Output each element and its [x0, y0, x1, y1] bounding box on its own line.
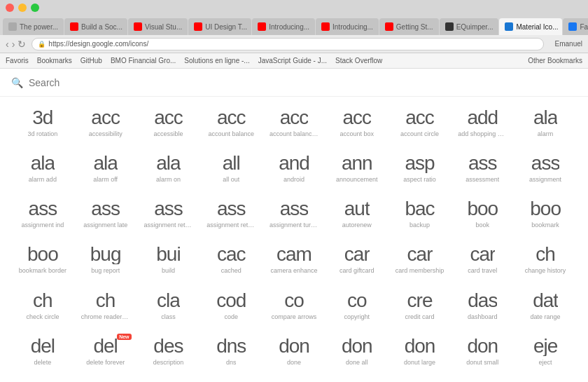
icon-item[interactable]: annannouncement [326, 148, 388, 193]
icon-symbol: acc [91, 108, 120, 128]
icon-label: card travel [468, 267, 497, 274]
icon-item[interactable]: cocompare arrows [262, 285, 326, 331]
tab-6[interactable]: Introducing... [316, 18, 379, 35]
tab-4[interactable]: UI Design T... [188, 18, 251, 35]
icon-item[interactable]: chchange history [514, 239, 577, 285]
icon-label: aspect ratio [403, 176, 436, 183]
tab-1[interactable]: The power... [3, 18, 64, 35]
icon-symbol: acc [154, 108, 183, 128]
title-bar [0, 0, 588, 15]
icon-label: eject [539, 359, 552, 366]
icon-item[interactable]: dasdashboard [451, 285, 514, 331]
reload-button[interactable]: ↻ [18, 39, 26, 50]
icon-item[interactable]: deldelete [11, 331, 74, 376]
icon-item[interactable]: carcard giftcard [326, 239, 388, 285]
icon-item[interactable]: bacbackup [388, 193, 451, 239]
tab-2[interactable]: Build a Soc... [64, 18, 127, 35]
icon-item[interactable]: bugbug report [74, 239, 137, 285]
icon-item[interactable]: assassignment turne... [262, 193, 326, 239]
icon-item[interactable]: assassignment late [74, 193, 137, 239]
icon-symbol: ch [33, 291, 52, 311]
icon-item[interactable]: chchrome reader mo... [74, 285, 137, 331]
icon-item[interactable]: dondonut large [388, 331, 451, 376]
icon-item[interactable]: 3d3d rotation [11, 102, 74, 148]
icon-item[interactable]: allall out [200, 148, 262, 193]
icon-item[interactable]: camcamera enhance [262, 239, 326, 285]
forward-button[interactable]: › [12, 39, 15, 50]
icon-item[interactable]: andandroid [262, 148, 326, 193]
icon-item[interactable]: deldelete foreverNew [74, 331, 137, 376]
icon-symbol: acc [280, 108, 309, 128]
icon-symbol: bug [90, 245, 121, 264]
url-bar[interactable]: 🔒 https://design.google.com/icons/ [31, 38, 543, 50]
icon-item[interactable]: ejeeject [514, 331, 577, 376]
icon-item[interactable]: carcard travel [451, 239, 514, 285]
tab-5[interactable]: Introducing... [252, 18, 315, 35]
tab-10[interactable]: Facebook [563, 18, 588, 35]
icon-label: assignment late [83, 221, 127, 228]
back-button[interactable]: ‹ [6, 39, 9, 50]
icon-item[interactable]: codcode [200, 285, 262, 331]
icon-item[interactable]: assassignment retur... [200, 193, 262, 239]
icon-item[interactable]: assassignment ind [11, 193, 74, 239]
icon-symbol: co [284, 291, 304, 311]
close-button[interactable] [6, 4, 14, 12]
icon-symbol: all [223, 154, 240, 173]
icon-label: assignment ind [22, 221, 64, 228]
icon-item[interactable]: assassessment [451, 148, 514, 193]
tab-3[interactable]: Visual Stu... [128, 18, 188, 35]
icon-label: account box [340, 130, 374, 137]
bookmark-js-guide[interactable]: JavaScript Guide - J... [258, 57, 327, 64]
icon-item[interactable]: accaccount circle [388, 102, 451, 148]
icon-item[interactable]: boobook [451, 193, 514, 239]
icon-item[interactable]: alaalarm add [11, 148, 74, 193]
tab-8[interactable]: EQuimper... [440, 18, 499, 35]
tab-7[interactable]: Getting St... [379, 18, 439, 35]
icon-label: build [162, 267, 175, 274]
icon-item[interactable]: boobookmark [514, 193, 577, 239]
icon-label: bug report [91, 267, 120, 274]
icon-item[interactable]: claclass [137, 285, 200, 331]
search-input[interactable] [29, 77, 169, 88]
icon-item[interactable]: buibuild [137, 239, 200, 285]
icon-label: code [224, 313, 238, 320]
icon-item[interactable]: dondone all [326, 331, 388, 376]
icon-item[interactable]: accaccount box [326, 102, 388, 148]
icon-item[interactable]: caccached [200, 239, 262, 285]
icon-item[interactable]: dondone [262, 331, 326, 376]
icon-item[interactable]: assassignment [514, 148, 577, 193]
icon-item[interactable]: alaalarm off [74, 148, 137, 193]
icon-item[interactable]: dondonut small [451, 331, 514, 376]
icon-item[interactable]: chcheck circle [11, 285, 74, 331]
bookmark-bookmarks[interactable]: Bookmarks [37, 57, 72, 64]
icon-item[interactable]: dnsdns [200, 331, 262, 376]
icon-item[interactable]: crecredit card [388, 285, 451, 331]
bookmark-favoris[interactable]: Favoris [6, 57, 29, 64]
bookmark-github[interactable]: GitHub [80, 57, 102, 64]
bookmark-other[interactable]: Other Bookmarks [528, 57, 582, 64]
icon-item[interactable]: accaccessibility [74, 102, 137, 148]
icon-item[interactable]: carcard membership [388, 239, 451, 285]
icon-item[interactable]: accaccessible [137, 102, 200, 148]
bookmark-stackoverflow[interactable]: Stack Overflow [335, 57, 382, 64]
maximize-button[interactable] [31, 4, 39, 12]
icon-item[interactable]: datdate range [514, 285, 577, 331]
icon-item[interactable]: boobookmark border [11, 239, 74, 285]
icon-label: delete forever [86, 359, 125, 366]
bookmark-bmo[interactable]: BMO Financial Gro... [111, 57, 176, 64]
icon-item[interactable]: alaalarm [514, 102, 577, 148]
icon-item[interactable]: desdescription [137, 331, 200, 376]
icon-item[interactable]: assassignment return [137, 193, 200, 239]
icon-symbol: and [279, 154, 309, 173]
icon-item[interactable]: cocopyright [326, 285, 388, 331]
minimize-button[interactable] [18, 4, 27, 12]
icon-label: account balance ... [270, 130, 318, 137]
icon-item[interactable]: aspaspect ratio [388, 148, 451, 193]
icon-item[interactable]: autautorenew [326, 193, 388, 239]
icon-item[interactable]: addadd shopping cart [451, 102, 514, 148]
bookmark-solutions[interactable]: Solutions en ligne -... [184, 57, 249, 64]
icon-item[interactable]: accaccount balance ... [262, 102, 326, 148]
icon-item[interactable]: accaccount balance [200, 102, 262, 148]
tab-9[interactable]: Material Ico... [499, 18, 562, 35]
icon-item[interactable]: alaalarm on [137, 148, 200, 193]
